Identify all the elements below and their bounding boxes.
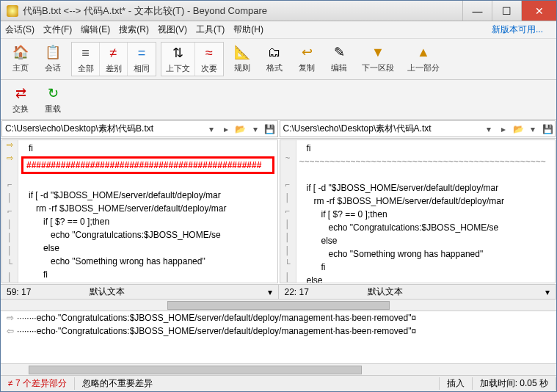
reload-button[interactable]: ↻重载 <box>39 83 67 116</box>
swap-icon: ⇄ <box>12 84 29 102</box>
menubar: 会话(S) 文件(F) 编辑(E) 搜索(R) 视图(V) 工具(T) 帮助(H… <box>1 21 556 39</box>
left-gutter: ⇨⇨⌐│⌐│││└││└⇨ <box>2 140 18 283</box>
right-expand-icon[interactable]: ▸ <box>496 124 511 134</box>
window-title: 代码B.txt <--> 代码A.txt* - 文本比较(T) - Beyond… <box>23 4 462 18</box>
status-mode: 插入 <box>440 377 473 390</box>
menu-edit[interactable]: 编辑(E) <box>81 23 110 36</box>
minor-button[interactable]: ≈次要 <box>195 43 223 76</box>
session-button[interactable]: 📋会话 <box>39 42 67 76</box>
path-row: ▾ ▸ 📂 ▾ 💾 ▾ ▸ 📂 ▾ 💾 <box>1 120 556 139</box>
left-open-icon[interactable]: 📂 <box>233 124 248 134</box>
right-dropdown-icon[interactable]: ▾ <box>481 124 496 134</box>
all-button[interactable]: ≡全部 <box>72 43 100 76</box>
minimize-button[interactable]: — <box>462 1 492 21</box>
merge-left-icon[interactable]: ⇦ <box>4 326 17 336</box>
left-cursor-pos: 59: 17 <box>7 287 31 297</box>
status-minor: 忽略的不重要差异 <box>75 377 440 390</box>
notequal-icon: ≠ <box>105 44 123 62</box>
copy-icon: ↩ <box>298 43 316 61</box>
right-cursor-pos: 22: 17 <box>285 287 309 297</box>
right-pane: ~⌐│⌐│││└││└⇦ fi~~~~~~~~~~~~~~~~~~~~~~~~~… <box>280 139 556 283</box>
context-button[interactable]: ⇅上下文 <box>161 43 195 76</box>
home-icon: 🏠 <box>12 43 29 61</box>
right-path-cell: ▾ ▸ 📂 ▾ 💾 <box>280 120 556 137</box>
pane-statusbar: 59: 17默认文本▾ 22: 17默认文本▾ <box>1 284 556 299</box>
equal-icon: = <box>133 44 150 62</box>
compare-panes: ⇨⇨⌐│⌐│││└││└⇨ fi########################… <box>1 139 556 284</box>
equals-icon: ≡ <box>77 44 95 62</box>
edit-button[interactable]: ✎编辑 <box>325 42 353 76</box>
close-button[interactable]: ✕ <box>521 1 556 21</box>
left-dropdown-icon[interactable]: ▾ <box>204 124 219 134</box>
left-expand-icon[interactable]: ▸ <box>219 124 233 134</box>
rules-icon: 📐 <box>233 43 251 61</box>
format-button[interactable]: 🗂格式 <box>261 42 288 76</box>
update-link[interactable]: 新版本可用... <box>492 23 543 36</box>
swap-button[interactable]: ⇄交换 <box>7 83 34 116</box>
right-encoding: 默认文本 <box>368 286 403 298</box>
next-section-button[interactable]: ▼下一区段 <box>357 42 398 76</box>
home-button[interactable]: 🏠主页 <box>7 42 34 76</box>
merge-scrollbar[interactable] <box>1 363 556 375</box>
titlebar: 代码B.txt <--> 代码A.txt* - 文本比较(T) - Beyond… <box>1 1 556 21</box>
right-folder-dropdown[interactable]: ▾ <box>525 124 540 134</box>
merge-right-icon[interactable]: ⇨ <box>4 313 17 323</box>
left-path-cell: ▾ ▸ 📂 ▾ 💾 <box>1 120 278 137</box>
context-icon: ⇅ <box>170 44 187 62</box>
menu-file[interactable]: 文件(F) <box>43 23 72 36</box>
menu-view[interactable]: 视图(V) <box>158 23 187 36</box>
merge-line-1: ········echo·"Congratulcations:$JBOSS_HO… <box>17 313 416 323</box>
approx-icon: ≈ <box>200 44 218 62</box>
prev-section-button[interactable]: ▲上一部分 <box>403 42 444 76</box>
merge-line-2: ········echo·"Congratulcations:$JBOSS_HO… <box>17 326 416 336</box>
copy-button[interactable]: ↩复制 <box>293 42 321 76</box>
left-pane: ⇨⇨⌐│⌐│││└││└⇨ fi########################… <box>1 139 278 283</box>
left-save-icon[interactable]: 💾 <box>263 124 277 134</box>
right-open-icon[interactable]: 📂 <box>511 124 525 134</box>
left-folder-dropdown[interactable]: ▾ <box>248 124 263 134</box>
left-encoding: 默认文本 <box>90 286 125 298</box>
edit-icon: ✎ <box>330 43 348 61</box>
toolbar-secondary: ⇄交换 ↻重载 <box>1 80 556 120</box>
right-code[interactable]: fi~~~~~~~~~~~~~~~~~~~~~~~~~~~~~~~~~~~~~~… <box>296 140 556 283</box>
menu-help[interactable]: 帮助(H) <box>233 23 263 36</box>
diff-button[interactable]: ≠差别 <box>100 43 128 76</box>
maximize-button[interactable]: ☐ <box>492 1 521 21</box>
status-load: 加载时间: 0.05 秒 <box>473 377 556 390</box>
left-path-input[interactable] <box>2 123 204 136</box>
down-icon: ▼ <box>369 43 387 61</box>
rules-button[interactable]: 📐规则 <box>228 42 256 76</box>
right-path-input[interactable] <box>280 123 482 136</box>
menu-tools[interactable]: 工具(T) <box>196 23 225 36</box>
right-save-icon[interactable]: 💾 <box>540 124 555 134</box>
toolbar-main: 🏠主页 📋会话 ≡全部 ≠差别 =相同 ⇅上下文 ≈次要 📐规则 🗂格式 ↩复制… <box>1 39 556 80</box>
menu-search[interactable]: 搜索(R) <box>119 23 149 36</box>
horizontal-scrollbar[interactable] <box>1 299 556 311</box>
same-button[interactable]: =相同 <box>128 43 156 76</box>
session-icon: 📋 <box>44 43 62 61</box>
diff-count: ≠ 7 个差异部分 <box>1 377 75 390</box>
format-icon: 🗂 <box>266 43 283 61</box>
reload-icon: ↻ <box>44 84 62 102</box>
menu-session[interactable]: 会话(S) <box>5 23 34 36</box>
app-icon <box>7 5 18 17</box>
statusbar: ≠ 7 个差异部分 忽略的不重要差异 插入 加载时间: 0.05 秒 <box>1 375 556 391</box>
merge-preview: ⇨········echo·"Congratulcations:$JBOSS_H… <box>1 311 556 363</box>
left-code[interactable]: fi######################################… <box>18 140 277 283</box>
up-icon: ▲ <box>415 43 432 61</box>
right-gutter: ~⌐│⌐│││└││└⇦ <box>280 140 296 283</box>
